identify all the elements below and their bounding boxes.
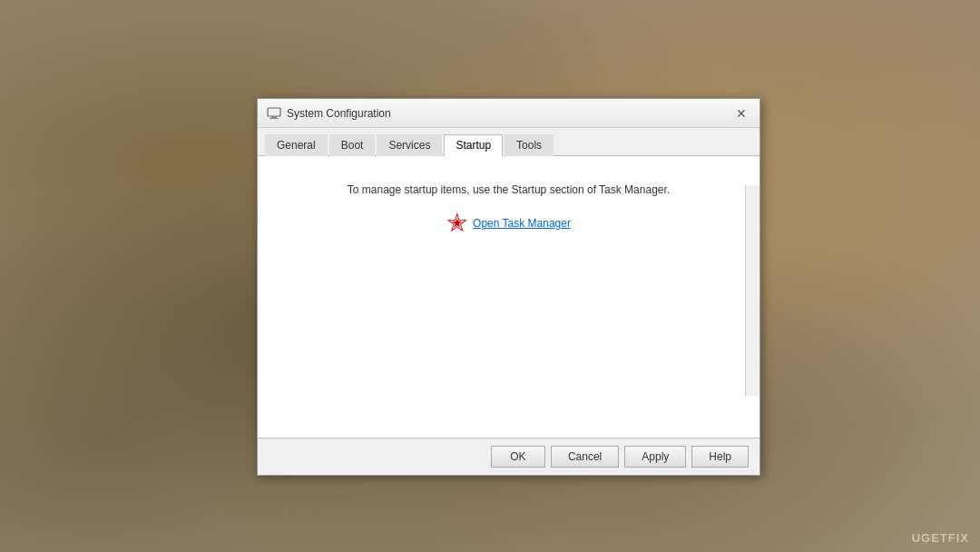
svg-rect-2 <box>270 118 279 119</box>
watermark: UGETFIX <box>912 531 969 545</box>
svg-rect-0 <box>268 108 280 116</box>
scrollbar-track <box>745 185 760 396</box>
svg-rect-1 <box>271 116 277 118</box>
link-area: ✭ Open Task Manager <box>446 211 571 236</box>
close-button[interactable]: ✕ <box>732 104 750 123</box>
apply-button[interactable]: Apply <box>624 446 686 468</box>
tab-tools[interactable]: Tools <box>505 134 554 156</box>
info-text: To manage startup items, use the Startup… <box>348 183 670 196</box>
tab-startup[interactable]: Startup <box>444 134 503 156</box>
button-bar: OK Cancel Apply Help <box>258 438 760 475</box>
tab-services[interactable]: Services <box>377 134 442 156</box>
title-bar-left: System Configuration <box>267 106 391 121</box>
dialog-icon <box>267 106 281 121</box>
cancel-button[interactable]: Cancel <box>551 446 619 468</box>
system-configuration-dialog: System Configuration ✕ General Boot Serv… <box>257 98 760 476</box>
help-button[interactable]: Help <box>691 446 749 468</box>
open-task-manager-link[interactable]: Open Task Manager <box>473 217 571 230</box>
dialog-content: To manage startup items, use the Startup… <box>258 156 760 438</box>
tab-boot[interactable]: Boot <box>329 134 376 156</box>
tab-general[interactable]: General <box>265 134 328 156</box>
ok-button[interactable]: OK <box>491 446 545 468</box>
tab-bar: General Boot Services Startup Tools <box>258 128 760 156</box>
title-bar: System Configuration ✕ <box>258 99 760 128</box>
star-cursor-icon: ✭ <box>446 211 467 236</box>
dialog-title: System Configuration <box>287 107 391 120</box>
